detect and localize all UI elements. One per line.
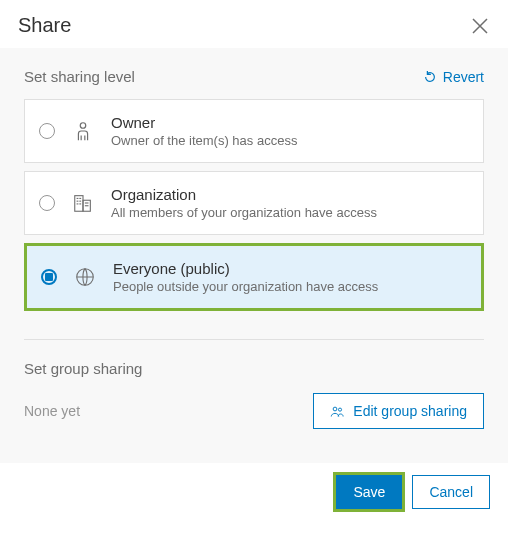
svg-rect-1 xyxy=(75,196,83,212)
option-everyone-text: Everyone (public) People outside your or… xyxy=(113,260,378,294)
sharing-options: Owner Owner of the item(s) has access Or… xyxy=(24,99,484,311)
sharing-level-header: Set sharing level Revert xyxy=(24,68,484,85)
group-icon xyxy=(330,404,345,419)
option-everyone-desc: People outside your organization have ac… xyxy=(113,279,378,294)
radio-owner[interactable] xyxy=(39,123,55,139)
option-owner-desc: Owner of the item(s) has access xyxy=(111,133,297,148)
dialog-header: Share xyxy=(0,0,508,48)
option-owner[interactable]: Owner Owner of the item(s) has access xyxy=(24,99,484,163)
sharing-level-title: Set sharing level xyxy=(24,68,135,85)
group-sharing-row: None yet Edit group sharing xyxy=(24,393,484,429)
owner-icon xyxy=(71,119,95,143)
save-button[interactable]: Save xyxy=(336,475,402,509)
revert-label: Revert xyxy=(443,69,484,85)
group-sharing-title: Set group sharing xyxy=(24,360,484,377)
svg-point-0 xyxy=(80,123,86,129)
close-button[interactable] xyxy=(470,16,490,36)
group-sharing-none: None yet xyxy=(24,403,80,419)
cancel-button[interactable]: Cancel xyxy=(412,475,490,509)
revert-icon xyxy=(423,70,437,84)
option-organization-text: Organization All members of your organiz… xyxy=(111,186,377,220)
svg-point-13 xyxy=(339,408,342,411)
edit-group-sharing-button[interactable]: Edit group sharing xyxy=(313,393,484,429)
dialog-title: Share xyxy=(18,14,71,37)
option-everyone-label: Everyone (public) xyxy=(113,260,378,277)
option-organization-label: Organization xyxy=(111,186,377,203)
radio-organization[interactable] xyxy=(39,195,55,211)
option-owner-text: Owner Owner of the item(s) has access xyxy=(111,114,297,148)
organization-icon xyxy=(71,191,95,215)
section-divider xyxy=(24,339,484,340)
dialog-body: Set sharing level Revert Owner Owner of … xyxy=(0,48,508,463)
revert-button[interactable]: Revert xyxy=(423,69,484,85)
edit-group-sharing-label: Edit group sharing xyxy=(353,403,467,419)
option-organization-desc: All members of your organization have ac… xyxy=(111,205,377,220)
globe-icon xyxy=(73,265,97,289)
close-icon xyxy=(471,17,489,35)
radio-everyone[interactable] xyxy=(41,269,57,285)
svg-point-12 xyxy=(333,407,337,411)
dialog-footer: Save Cancel xyxy=(0,463,508,521)
option-organization[interactable]: Organization All members of your organiz… xyxy=(24,171,484,235)
option-owner-label: Owner xyxy=(111,114,297,131)
option-everyone[interactable]: Everyone (public) People outside your or… xyxy=(24,243,484,311)
